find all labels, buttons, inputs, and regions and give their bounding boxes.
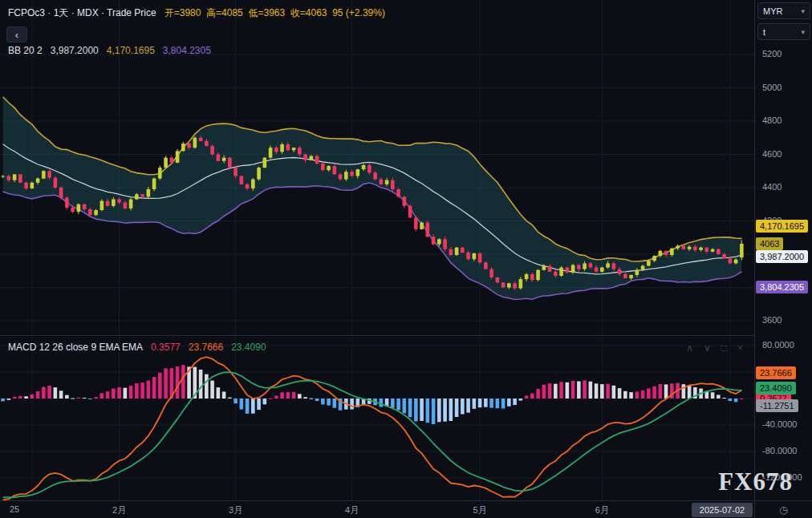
macd-tick: -40.0000: [762, 419, 797, 429]
bb-lower-value: 3,804.2305: [163, 45, 211, 56]
pane-close-icon[interactable]: ×: [737, 342, 743, 354]
price-label: 4063: [756, 237, 783, 250]
macd-hist-value: 0.3577: [151, 342, 181, 353]
currency-select[interactable]: MYR ▾: [757, 2, 810, 19]
pane-expand-icon[interactable]: ∨: [704, 342, 711, 354]
price-tick: 4400: [762, 182, 782, 192]
chevron-down-icon: ▾: [801, 28, 805, 36]
macd-tick: 80.0000: [762, 340, 794, 350]
trading-chart-app: FCPOc3 · 1天 · MDX · Trade Price 开=3980 高…: [0, 0, 812, 518]
time-label: 4月: [345, 504, 359, 516]
axis-widgets: MYR ▾ t ▾: [757, 2, 810, 40]
chart-area[interactable]: FCPOc3 · 1天 · MDX · Trade Price 开=3980 高…: [0, 0, 754, 500]
time-label: 25: [10, 504, 19, 514]
back-button[interactable]: ‹: [6, 26, 27, 42]
bb-upper-value: 4,170.1695: [107, 45, 155, 56]
watermark: FX678: [718, 467, 793, 496]
pane-maximize-icon[interactable]: □: [721, 342, 727, 354]
clock-icon[interactable]: ◷: [779, 504, 787, 516]
time-axis[interactable]: 252月3月4月5月6月 2025-07-02: [0, 500, 754, 518]
macd-label: 23.4090: [756, 382, 796, 395]
time-label: 6月: [595, 504, 609, 516]
price-tick: 4800: [762, 115, 782, 125]
macd-label: -11.2751: [756, 399, 798, 412]
bb-legend: BB 20 2 3,987.2000 4,170.1695 3,804.2305: [8, 45, 211, 56]
macd-pane-controls: ∧ ∨ □ ×: [686, 342, 743, 354]
time-label: 3月: [229, 504, 242, 516]
unit-value: t: [763, 27, 765, 37]
unit-select[interactable]: t ▾: [757, 23, 810, 40]
price-axis[interactable]: MYR ▾ t ▾ 520050004800460044004200400038…: [754, 0, 812, 500]
price-label: 3,987.2000: [756, 250, 808, 263]
chevron-down-icon: ▾: [801, 7, 805, 15]
ohlc-values: 开=3980 高=4085 低=3963 收=4063 95 (+2.39%): [164, 6, 385, 20]
axis-corner: ◷: [754, 500, 812, 518]
symbol-legend: FCPOc3 · 1天 · MDX · Trade Price 开=3980 高…: [8, 6, 385, 20]
time-label: 5月: [473, 504, 487, 516]
chevron-left-icon: ‹: [15, 29, 18, 41]
price-tick: 5000: [762, 83, 782, 92]
bb-basis-value: 3,987.2000: [51, 45, 99, 56]
price-label: 4,170.1695: [756, 220, 808, 233]
last-date-label: 2025-07-02: [692, 503, 753, 517]
bb-title[interactable]: BB 20 2: [8, 45, 43, 56]
macd-legend: MACD 12 26 close 9 EMA EMA 0.3577 23.766…: [8, 342, 266, 353]
macd-signal-value: 23.4090: [231, 342, 266, 353]
price-tick: 3600: [762, 315, 782, 325]
price-label: 3,804.2305: [756, 281, 808, 293]
macd-tick: -80.0000: [762, 446, 797, 455]
macd-line-value: 23.7666: [189, 342, 223, 353]
time-label: 2月: [112, 504, 126, 516]
macd-pane: [1, 357, 743, 500]
currency-value: MYR: [763, 6, 782, 16]
pane-collapse-icon[interactable]: ∧: [686, 342, 693, 354]
grid-layer: [0, 0, 754, 500]
symbol-title[interactable]: FCPOc3 · 1天 · MDX · Trade Price: [8, 6, 156, 20]
chart-canvas[interactable]: [0, 0, 754, 500]
price-tick: 5200: [762, 49, 782, 59]
macd-label: 23.7666: [756, 366, 796, 379]
macd-title[interactable]: MACD 12 26 close 9 EMA EMA: [8, 342, 143, 353]
price-tick: 4600: [762, 149, 782, 159]
